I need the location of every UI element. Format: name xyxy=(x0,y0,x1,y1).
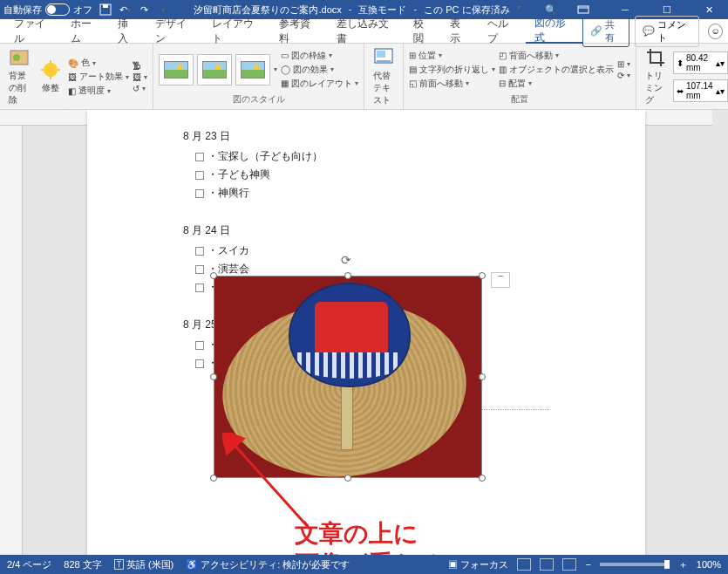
compress-button[interactable]: 🗜 xyxy=(133,61,147,71)
tab-picture-format[interactable]: 図の形式 xyxy=(526,19,582,44)
tab-view[interactable]: 表示 xyxy=(441,19,479,44)
toggle-switch[interactable] xyxy=(45,3,70,16)
autosave-label: 自動保存 xyxy=(3,3,42,17)
checkbox-icon xyxy=(195,153,204,161)
tab-insert[interactable]: 挿入 xyxy=(109,19,146,44)
redo-icon[interactable]: ↷ xyxy=(138,3,150,16)
selection-pane-button[interactable]: ▥ オブジェクトの選択と表示 xyxy=(499,64,614,76)
svg-point-5 xyxy=(13,54,20,61)
ribbon-group-adjust: 背景の削除 修整 🎨 色 ▾ 🖼 アート効果 ▾ ◧ 透明度 ▾ 🗜 🖼 ▾ ↺… xyxy=(0,44,153,109)
tab-mailings[interactable]: 差し込み文書 xyxy=(328,19,405,44)
ribbon-group-alttext: 代替テキスト アクセシ… xyxy=(364,44,404,109)
accessibility-indicator[interactable]: ♿ アクセシビリティ: 検討が必要です xyxy=(186,558,350,571)
checkbox-icon xyxy=(195,341,204,350)
style-thumb-1[interactable] xyxy=(159,54,194,85)
color-button[interactable]: 🎨 色 ▾ xyxy=(68,57,129,69)
feedback-icon[interactable]: ☺ xyxy=(708,24,723,39)
resize-handle-bl[interactable] xyxy=(210,475,217,482)
autosave-toggle[interactable]: 自動保存 オフ xyxy=(3,3,92,17)
remove-bg-label: 背景の削除 xyxy=(9,70,30,106)
change-picture-button[interactable]: 🖼 ▾ xyxy=(133,72,147,82)
gallery-more-icon[interactable]: ▾ xyxy=(274,65,277,73)
qat-dropdown-icon[interactable]: ▾ xyxy=(157,3,169,16)
selection-border xyxy=(214,276,482,478)
comment-label: コメント xyxy=(657,18,691,44)
share-button[interactable]: 🔗 共有 xyxy=(582,16,629,47)
tab-help[interactable]: ヘルプ xyxy=(479,19,526,44)
tab-references[interactable]: 参考資料 xyxy=(270,19,327,44)
document-area: 8 月 23 日 ・宝探し（子ども向け） ・子ども神輿 ・神輿行 8 月 24 … xyxy=(0,110,728,555)
resize-handle-t[interactable] xyxy=(344,272,351,279)
ribbon-group-arrange: ⊞ 位置 ▾ ▤ 文字列の折り返し ▾ ◱ 前面へ移動 ▾ ◰ 背面へ移動 ▾ … xyxy=(404,44,636,109)
reset-picture-button[interactable]: ↺ ▾ xyxy=(133,84,147,93)
tab-design[interactable]: デザイン xyxy=(146,19,203,44)
web-layout-icon[interactable] xyxy=(562,558,576,571)
checkbox-icon xyxy=(195,247,204,256)
resize-handle-b[interactable] xyxy=(344,475,351,482)
styles-group-label: 図のスタイル xyxy=(159,93,358,107)
picture-layout-button[interactable]: ▦ 図のレイアウト ▾ xyxy=(281,78,358,90)
undo-icon[interactable]: ↶▾ xyxy=(119,3,131,16)
artistic-effects-button[interactable]: 🖼 アート効果 ▾ xyxy=(68,71,129,83)
page-indicator[interactable]: 2/4 ページ xyxy=(7,558,51,571)
resize-handle-br[interactable] xyxy=(479,475,486,482)
title-center: 汐留町商店会夏祭りのご案内.docx - 互換モード - この PC に保存済み… xyxy=(169,3,545,17)
transparency-button[interactable]: ◧ 透明度 ▾ xyxy=(68,85,129,97)
selected-image[interactable]: ⟳ ⌒ xyxy=(214,276,482,478)
style-thumb-2[interactable] xyxy=(197,54,232,85)
arrange-group-label: 配置 xyxy=(409,93,630,107)
read-mode-icon[interactable] xyxy=(517,558,531,571)
send-backward-button[interactable]: ◰ 背面へ移動 ▾ xyxy=(499,50,614,62)
search-icon[interactable]: 🔍 xyxy=(545,4,557,16)
tab-layout[interactable]: レイアウト xyxy=(203,19,270,44)
picture-styles-gallery[interactable]: ▾ xyxy=(159,54,277,85)
alt-text-button[interactable]: 代替テキスト xyxy=(370,45,398,108)
bring-forward-button[interactable]: ◱ 前面へ移動 ▾ xyxy=(409,78,495,90)
save-icon[interactable] xyxy=(99,3,112,16)
zoom-slider[interactable] xyxy=(600,563,670,566)
rotate-button[interactable]: ⟳ ▾ xyxy=(617,71,630,80)
word-count[interactable]: 828 文字 xyxy=(64,558,101,571)
list-item: ・子ども神輿 xyxy=(183,166,549,184)
crop-button[interactable]: トリミング xyxy=(642,45,670,108)
layout-options-icon[interactable]: ⌒ xyxy=(491,272,510,288)
zoom-out-button[interactable]: − xyxy=(585,559,590,570)
status-bar: 2/4 ページ 828 文字 🅃 英語 (米国) ♿ アクセシビリティ: 検討が… xyxy=(0,555,728,574)
remove-background-button[interactable]: 背景の削除 xyxy=(5,45,33,108)
print-layout-icon[interactable] xyxy=(540,558,554,571)
focus-mode-button[interactable]: ▣ フォーカス xyxy=(448,558,508,571)
picture-effects-button[interactable]: ◯ 図の効果 ▾ xyxy=(281,64,358,76)
resize-handle-tr[interactable] xyxy=(479,272,486,279)
resize-handle-l[interactable] xyxy=(210,373,217,380)
style-thumb-3[interactable] xyxy=(235,54,270,85)
position-button[interactable]: ⊞ 位置 ▾ xyxy=(409,50,495,62)
group-button[interactable]: ⊞ ▾ xyxy=(617,59,630,69)
wrap-text-button[interactable]: ▤ 文字列の折り返し ▾ xyxy=(409,64,495,76)
tab-home[interactable]: ホーム xyxy=(62,19,109,44)
corrections-label: 修整 xyxy=(42,82,59,94)
rotate-handle[interactable]: ⟳ xyxy=(341,253,355,267)
resize-handle-r[interactable] xyxy=(479,373,486,380)
picture-border-button[interactable]: ▭ 図の枠線 ▾ xyxy=(281,50,358,62)
corrections-button[interactable]: 修整 xyxy=(37,58,65,96)
filename: 汐留町商店会夏祭りのご案内.docx xyxy=(194,3,341,17)
language-indicator[interactable]: 🅃 英語 (米国) xyxy=(114,558,173,571)
checkbox-icon xyxy=(195,284,204,292)
comment-button[interactable]: 💬 コメント xyxy=(635,16,699,47)
width-input[interactable]: ⬌ 107.14 mm ▴▾ xyxy=(673,79,728,102)
resize-handle-tl[interactable] xyxy=(210,272,217,279)
height-input[interactable]: ⬍ 80.42 mm ▴▾ xyxy=(673,51,728,74)
date-2: 8 月 24 日 xyxy=(183,220,549,242)
list-item: ・スイカ xyxy=(183,242,549,260)
zoom-level[interactable]: 100% xyxy=(697,559,721,570)
annotation-text: 文章の上に 画像が重なる xyxy=(295,518,444,555)
align-button[interactable]: ⊟ 配置 ▾ xyxy=(499,78,614,90)
tab-file[interactable]: ファイル xyxy=(5,19,62,44)
tab-review[interactable]: 校閲 xyxy=(405,19,442,44)
svg-point-6 xyxy=(44,63,58,77)
ribbon: 背景の削除 修整 🎨 色 ▾ 🖼 アート効果 ▾ ◧ 透明度 ▾ 🗜 🖼 ▾ ↺… xyxy=(0,44,728,110)
zoom-in-button[interactable]: ＋ xyxy=(678,558,688,571)
ribbon-group-styles: ▾ ▭ 図の枠線 ▾ ◯ 図の効果 ▾ ▦ 図のレイアウト ▾ 図のスタイル xyxy=(153,44,364,109)
svg-rect-12 xyxy=(377,51,385,58)
vertical-ruler[interactable] xyxy=(0,126,23,555)
